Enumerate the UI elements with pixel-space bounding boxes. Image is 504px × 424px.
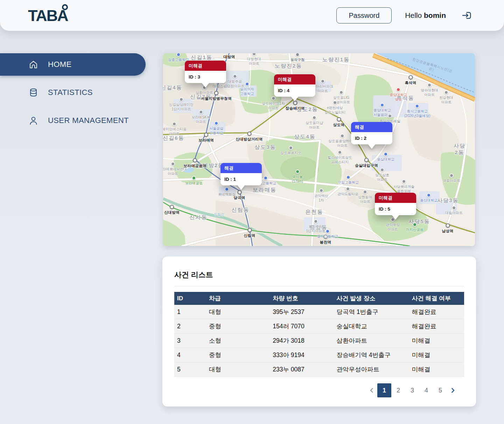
database-icon (29, 88, 38, 97)
table-row[interactable]: 3소형294가 3018삼환아파트미해결 (174, 334, 464, 348)
map-popup-2[interactable]: 해결ID : 2 (351, 122, 392, 144)
table-cell: 1 (174, 305, 206, 319)
table-cell: 해결완료 (409, 305, 464, 319)
column-header-location: 사건 발생 장소 (334, 292, 409, 305)
home-icon (29, 60, 38, 69)
table-cell: 294가 3018 (270, 334, 334, 348)
table-cell: 관악우성아파트 (334, 362, 409, 377)
pagination-page-5[interactable]: 5 (433, 383, 447, 397)
sidebar: HOME STATISTICS USER MANAGEMENT (0, 53, 146, 137)
pagination-next-button[interactable] (447, 383, 458, 397)
column-header-status: 사건 해결 여부 (409, 292, 464, 305)
table-cell: 3 (174, 334, 206, 348)
greeting-text: Hello bomin (405, 11, 446, 20)
table-cell: 233누 0087 (270, 362, 334, 377)
table-cell: 333아 9194 (270, 348, 334, 362)
table-cell: 미해결 (409, 334, 464, 348)
popup-status: 해결 (351, 122, 392, 132)
pagination-page-4[interactable]: 4 (419, 383, 433, 397)
popup-status: 미해결 (185, 61, 226, 71)
incident-list-title: 사건 리스트 (174, 270, 464, 280)
password-button[interactable]: Password (336, 7, 392, 23)
sidebar-item-label: HOME (48, 60, 72, 69)
incident-list-card: 사건 리스트 ID 차급 차량 번호 사건 발생 장소 사건 해결 여부 1대형… (162, 257, 476, 406)
table-cell: 4 (174, 348, 206, 362)
sidebar-item-user-management[interactable]: USER MANAGEMENT (0, 109, 146, 132)
table-cell: 미해결 (409, 348, 464, 362)
popup-id-label: ID : 3 (185, 71, 226, 83)
taba-logo[interactable]: TABA (28, 8, 68, 23)
table-cell: 당곡역 1번출구 (334, 305, 409, 319)
chevron-left-icon (369, 387, 375, 394)
column-header-class: 차급 (206, 292, 270, 305)
popup-status: 해결 (220, 163, 262, 173)
popup-id-label: ID : 1 (220, 173, 262, 185)
table-cell: 해결완료 (409, 319, 464, 334)
table-cell: 중형 (206, 348, 270, 362)
table-row[interactable]: 4중형333아 9194장승배기역 4번출구미해결 (174, 348, 464, 362)
divider (174, 286, 464, 286)
column-header-id: ID (174, 292, 206, 305)
pagination-page-1[interactable]: 1 (377, 383, 391, 397)
popup-status: 미해결 (274, 74, 315, 84)
incident-table-body: 1대형395누 2537당곡역 1번출구해결완료2중형154러 7070숭실대학… (174, 305, 464, 377)
popup-id-label: ID : 4 (274, 84, 315, 97)
table-cell: 2 (174, 319, 206, 334)
popup-id-label: ID : 5 (375, 203, 416, 215)
table-cell: 대형 (206, 305, 270, 319)
sidebar-item-label: STATISTICS (48, 88, 93, 97)
table-header-row: ID 차급 차량 번호 사건 발생 장소 사건 해결 여부 (174, 292, 464, 305)
table-cell: 장승배기역 4번출구 (334, 348, 409, 362)
table-cell: 5 (174, 362, 206, 377)
pagination: 12345 (174, 383, 464, 397)
logout-icon (461, 10, 472, 21)
table-cell: 소형 (206, 334, 270, 348)
table-row[interactable]: 2중형154러 7070숭실대학교해결완료 (174, 319, 464, 334)
table-cell: 미해결 (409, 362, 464, 377)
pagination-page-2[interactable]: 2 (391, 383, 405, 397)
pagination-page-3[interactable]: 3 (405, 383, 419, 397)
sidebar-item-label: USER MANAGEMENT (48, 116, 129, 125)
map-popup-5[interactable]: 미해결ID : 5 (375, 193, 416, 215)
incident-table: ID 차급 차량 번호 사건 발생 장소 사건 해결 여부 1대형395누 25… (174, 292, 464, 377)
table-row[interactable]: 1대형395누 2537당곡역 1번출구해결완료 (174, 305, 464, 319)
incident-map[interactable]: 신길1동노량진1동노량진2동신길4동신길7동신길6동상도2동상도4동상도3동보라… (163, 53, 475, 246)
table-cell: 154러 7070 (270, 319, 334, 334)
pagination-prev-button[interactable] (366, 383, 377, 397)
sidebar-item-home[interactable]: HOME (0, 53, 146, 76)
popup-id-label: ID : 2 (351, 132, 392, 144)
logout-button[interactable] (461, 9, 473, 21)
map-popup-4[interactable]: 미해결ID : 4 (274, 74, 315, 97)
top-navbar: TABA Password Hello bomin (0, 0, 504, 31)
table-cell: 삼환아파트 (334, 334, 409, 348)
sidebar-item-statistics[interactable]: STATISTICS (0, 81, 146, 104)
user-icon (29, 116, 38, 125)
popup-status: 미해결 (375, 193, 416, 203)
table-cell: 395누 2537 (270, 305, 334, 319)
map-popup-3[interactable]: 미해결ID : 3 (185, 61, 226, 83)
chevron-right-icon (450, 387, 456, 394)
table-cell: 숭실대학교 (334, 319, 409, 334)
pagination-pages: 12345 (377, 383, 447, 397)
map-popup-1[interactable]: 해결ID : 1 (220, 163, 262, 185)
username: bomin (424, 11, 446, 19)
table-cell: 중형 (206, 319, 270, 334)
table-cell: 대형 (206, 362, 270, 377)
column-header-plate: 차량 번호 (270, 292, 334, 305)
table-row[interactable]: 5대형233누 0087관악우성아파트미해결 (174, 362, 464, 377)
